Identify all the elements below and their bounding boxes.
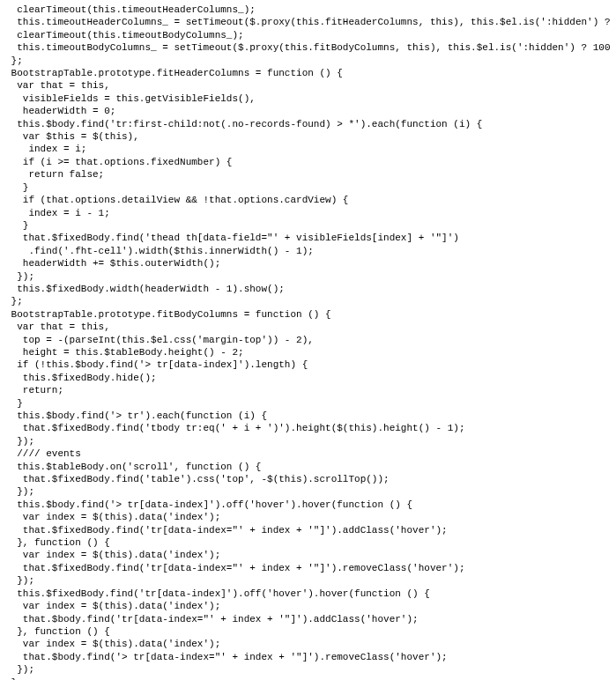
code-block: clearTimeout(this.timeoutHeaderColumns_)… bbox=[0, 0, 616, 680]
